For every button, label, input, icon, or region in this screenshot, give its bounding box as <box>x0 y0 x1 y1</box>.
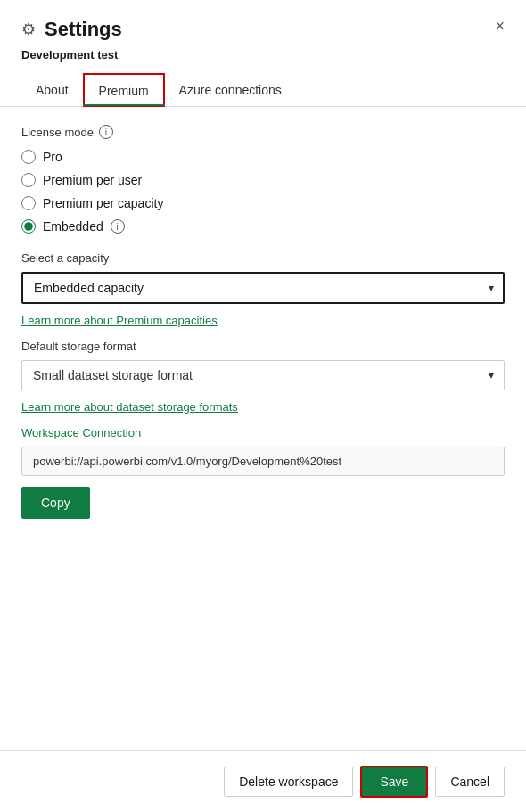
radio-premium-user[interactable]: Premium per user <box>21 173 505 187</box>
tab-azure[interactable]: Azure connections <box>165 73 296 107</box>
tab-about[interactable]: About <box>21 73 83 107</box>
tab-premium-underline <box>83 104 165 106</box>
dialog-subtitle: Development test <box>0 48 526 72</box>
license-info-icon[interactable]: i <box>99 125 113 139</box>
premium-capacities-link[interactable]: Learn more about Premium capacities <box>21 314 218 327</box>
tab-bar: About Premium Azure connections <box>0 72 526 107</box>
save-button[interactable]: Save <box>360 766 428 798</box>
radio-embedded-input[interactable] <box>21 219 36 234</box>
license-mode-label: License mode <box>21 126 94 139</box>
tab-premium-wrap: Premium <box>83 72 165 106</box>
storage-select-wrapper: Small dataset storage format Large datas… <box>21 360 505 390</box>
radio-embedded[interactable]: Embedded i <box>21 219 505 234</box>
cancel-button[interactable]: Cancel <box>435 767 505 797</box>
storage-select[interactable]: Small dataset storage format Large datas… <box>21 360 505 390</box>
radio-premium-capacity[interactable]: Premium per capacity <box>21 196 505 210</box>
dataset-formats-link[interactable]: Learn more about dataset storage formats <box>21 400 238 414</box>
capacity-select[interactable]: Embedded capacity <box>21 272 505 304</box>
radio-pro-input[interactable] <box>21 150 36 164</box>
radio-premium-capacity-input[interactable] <box>21 196 36 210</box>
embedded-info-icon[interactable]: i <box>111 219 125 234</box>
settings-dialog: ⚙ Settings × Development test About Prem… <box>0 0 526 812</box>
radio-embedded-label: Embedded <box>43 219 103 234</box>
radio-pro[interactable]: Pro <box>21 150 505 164</box>
license-radio-group: Pro Premium per user Premium per capacit… <box>21 150 505 234</box>
storage-label: Default storage format <box>21 340 505 353</box>
capacity-select-wrapper: Embedded capacity ▾ <box>21 272 505 304</box>
workspace-url-input[interactable] <box>21 447 505 476</box>
radio-premium-user-input[interactable] <box>21 173 36 187</box>
radio-pro-label: Pro <box>43 150 62 164</box>
license-mode-section: License mode i <box>21 125 505 139</box>
radio-premium-user-label: Premium per user <box>43 173 142 187</box>
tab-content: License mode i Pro Premium per user Prem… <box>0 107 526 750</box>
close-button[interactable]: × <box>491 14 508 37</box>
dialog-title: Settings <box>45 18 122 41</box>
capacity-label: Select a capacity <box>21 251 505 265</box>
tab-premium[interactable]: Premium <box>83 73 165 107</box>
radio-premium-capacity-label: Premium per capacity <box>43 196 163 210</box>
delete-workspace-button[interactable]: Delete workspace <box>224 767 353 797</box>
workspace-label: Workspace Connection <box>21 426 505 439</box>
copy-button[interactable]: Copy <box>21 487 90 519</box>
dialog-footer: Delete workspace Save Cancel <box>0 750 526 812</box>
gear-icon: ⚙ <box>21 20 36 39</box>
dialog-header: ⚙ Settings × <box>0 0 526 48</box>
